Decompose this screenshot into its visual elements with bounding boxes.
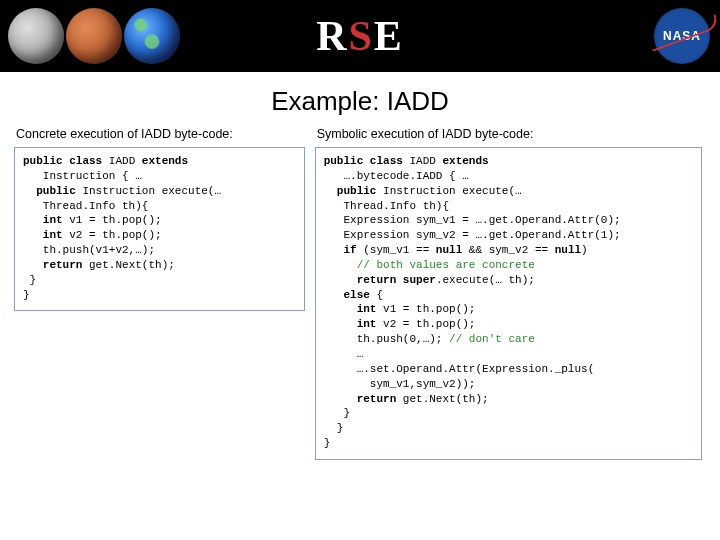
right-heading: Symbolic execution of IADD byte-code:	[317, 127, 703, 141]
slide-title: Example: IADD	[0, 86, 720, 117]
nasa-label: NASA	[663, 29, 701, 43]
logo-e: E	[374, 13, 404, 59]
logo-r: R	[316, 13, 348, 59]
nasa-logo: NASA	[654, 8, 710, 64]
mars-icon	[66, 8, 122, 64]
earth-icon	[124, 8, 180, 64]
left-column: Concrete execution of IADD byte-code: pu…	[14, 127, 305, 460]
rse-logo: RSE	[316, 12, 404, 60]
logo-s: S	[348, 13, 373, 59]
content-columns: Concrete execution of IADD byte-code: pu…	[0, 127, 720, 460]
left-heading: Concrete execution of IADD byte-code:	[16, 127, 305, 141]
right-code-box: public class IADD extends ….bytecode.IAD…	[315, 147, 703, 460]
moon-icon	[8, 8, 64, 64]
planet-row	[8, 8, 180, 64]
left-code-box: public class IADD extends Instruction { …	[14, 147, 305, 311]
header-banner: RSE NASA	[0, 0, 720, 72]
right-column: Symbolic execution of IADD byte-code: pu…	[315, 127, 703, 460]
